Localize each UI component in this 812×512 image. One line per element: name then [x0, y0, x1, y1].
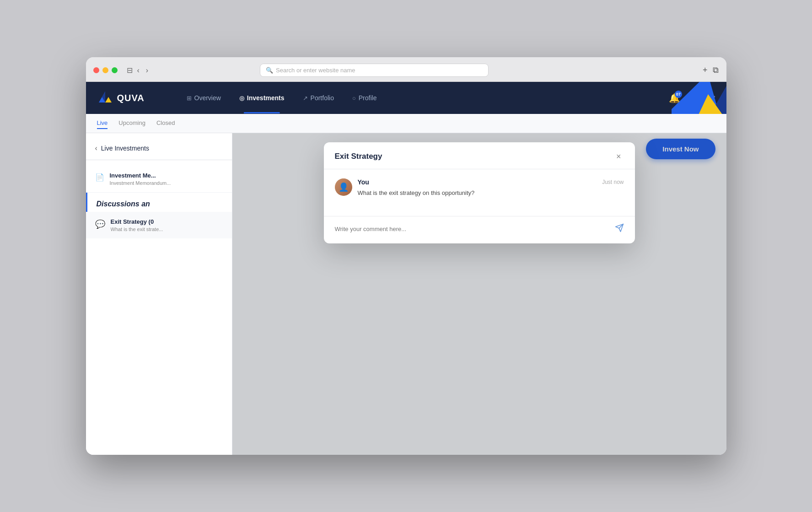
sidebar-toggle-btn[interactable]: ⊟: [127, 65, 133, 75]
header-decorations: [672, 82, 726, 114]
modal-overlay: Exit Strategy × You: [232, 133, 726, 455]
logo-text: QUVA: [117, 93, 145, 103]
comment-input-row: [335, 222, 624, 236]
nav-item-overview[interactable]: ⊞ Overview: [179, 91, 228, 105]
address-bar[interactable]: 🔍 Search or enter website name: [260, 64, 489, 77]
modal-footer: [324, 216, 635, 243]
comment-item: You Just now What is the exit strategy o…: [335, 178, 624, 198]
browser-window: ⊟ ‹ › 🔍 Search or enter website name + ⧉…: [86, 57, 726, 455]
traffic-lights: [93, 67, 118, 73]
comment-time: Just now: [602, 179, 624, 185]
modal-header: Exit Strategy ×: [324, 142, 635, 169]
sidebar-exit-sub: What is the exit strate...: [111, 226, 223, 232]
close-traffic-light[interactable]: [93, 67, 99, 73]
exit-strategy-modal: Exit Strategy × You: [324, 142, 635, 243]
sidebar-exit-title: Exit Strategy (0: [111, 218, 223, 225]
send-icon: [615, 223, 624, 232]
send-comment-btn[interactable]: [615, 223, 624, 235]
modal-title: Exit Strategy: [335, 152, 382, 161]
new-tab-btn[interactable]: +: [703, 65, 708, 75]
avatar-image: [335, 178, 352, 196]
comment-author: You: [358, 178, 369, 186]
back-arrow-icon: ‹: [95, 144, 97, 152]
sidebar-investment-memo[interactable]: 📄 Investment Me... Investment Memorandum…: [86, 166, 232, 193]
triangle-yellow: [695, 93, 723, 114]
logo-area: QUVA: [97, 90, 170, 106]
comment-text: What is the exit strategy on this opport…: [358, 189, 624, 198]
modal-body: You Just now What is the exit strategy o…: [324, 169, 635, 216]
modal-close-btn[interactable]: ×: [613, 151, 624, 162]
app-header: QUVA ⊞ Overview ◎ Investments ↗ Portfoli…: [86, 82, 726, 114]
sidebar: ‹ Live Investments 📄 Investment Me... In…: [86, 133, 232, 455]
search-icon: 🔍: [266, 67, 273, 74]
sidebar-divider-1: [86, 160, 232, 160]
back-btn[interactable]: ‹: [135, 65, 141, 75]
comment-input[interactable]: [335, 222, 610, 236]
nav-item-portfolio[interactable]: ↗ Portfolio: [296, 91, 341, 105]
nav-item-profile[interactable]: ○ Profile: [345, 91, 384, 105]
document-icon: 📄: [95, 173, 104, 182]
comment-content: You Just now What is the exit strategy o…: [358, 178, 624, 198]
browser-nav-controls: ⊟ ‹ ›: [127, 65, 151, 75]
nav-label-profile: Profile: [359, 94, 377, 102]
sidebar-back-label: Live Investments: [101, 145, 149, 152]
browser-chrome: ⊟ ‹ › 🔍 Search or enter website name + ⧉: [86, 57, 726, 82]
sub-nav-closed[interactable]: Closed: [156, 118, 175, 129]
sidebar-item-memo-sub: Investment Memorandum...: [110, 180, 223, 186]
sidebar-back[interactable]: ‹ Live Investments: [86, 140, 232, 160]
main-content: Invest Now Exit Strategy ×: [232, 133, 726, 455]
nav-label-overview: Overview: [194, 94, 221, 102]
nav-item-investments[interactable]: ◎ Investments: [232, 91, 292, 105]
main-nav: ⊞ Overview ◎ Investments ↗ Portfolio ○ P…: [170, 91, 669, 105]
address-bar-text: Search or enter website name: [276, 67, 355, 74]
chat-icon: 💬: [95, 219, 105, 229]
sidebar-item-memo-content: Investment Me... Investment Memorandum..…: [110, 172, 223, 186]
content-area: Live Upcoming Closed ‹ Live Investments …: [86, 114, 726, 455]
sidebar-item-memo-title: Investment Me...: [110, 172, 223, 179]
sidebar-exit-strategy[interactable]: 💬 Exit Strategy (0 What is the exit stra…: [86, 212, 232, 238]
comment-header-row: You Just now: [358, 178, 624, 186]
portfolio-icon: ↗: [303, 95, 308, 102]
quva-logo-icon: [97, 90, 113, 106]
forward-btn[interactable]: ›: [144, 65, 150, 75]
minimize-traffic-light[interactable]: [102, 67, 108, 73]
comment-avatar: [335, 178, 352, 196]
nav-label-portfolio: Portfolio: [311, 94, 334, 102]
overview-icon: ⊞: [187, 95, 192, 102]
maximize-traffic-light[interactable]: [112, 67, 118, 73]
sidebar-blue-border: Discussions an: [86, 193, 232, 212]
profile-icon: ○: [352, 95, 356, 102]
svg-marker-1: [105, 97, 112, 102]
investments-icon: ◎: [239, 95, 244, 102]
sidebar-discussions-header: Discussions an: [87, 193, 232, 212]
tabs-btn[interactable]: ⧉: [713, 65, 719, 75]
sub-nav: Live Upcoming Closed: [86, 114, 726, 133]
sub-nav-live[interactable]: Live: [97, 118, 108, 129]
app-body: ‹ Live Investments 📄 Investment Me... In…: [86, 133, 726, 455]
sub-nav-upcoming[interactable]: Upcoming: [118, 118, 145, 129]
nav-label-investments: Investments: [247, 94, 285, 102]
sidebar-exit-content: Exit Strategy (0 What is the exit strate…: [111, 218, 223, 232]
browser-actions: + ⧉: [703, 65, 719, 75]
